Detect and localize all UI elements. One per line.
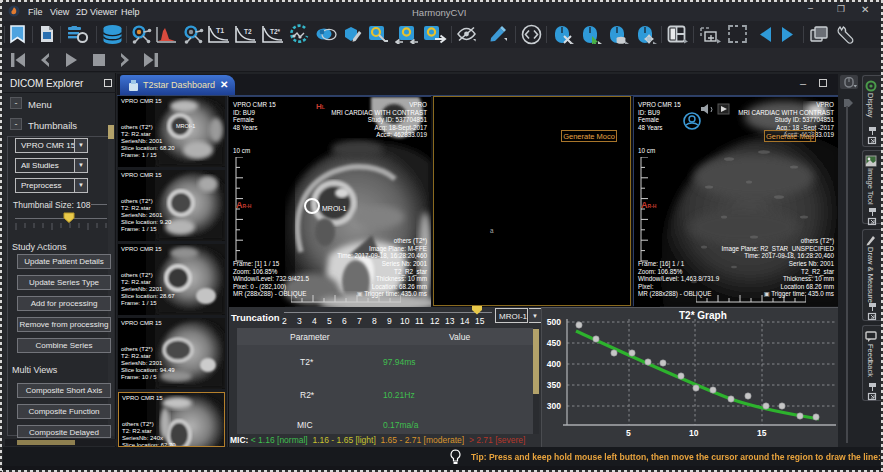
svg-text:5: 5 — [626, 428, 631, 438]
svg-text:400: 400 — [547, 359, 561, 369]
svg-text:T1: T1 — [216, 27, 224, 34]
svg-text:10: 10 — [689, 428, 699, 438]
svg-text:300: 300 — [547, 401, 561, 411]
svg-text:T2*: T2* — [270, 28, 281, 35]
svg-text:15: 15 — [757, 428, 767, 438]
svg-text:T2: T2 — [244, 28, 252, 35]
svg-text:350: 350 — [547, 380, 561, 390]
svg-text:500: 500 — [547, 317, 561, 327]
svg-text:450: 450 — [547, 338, 561, 348]
